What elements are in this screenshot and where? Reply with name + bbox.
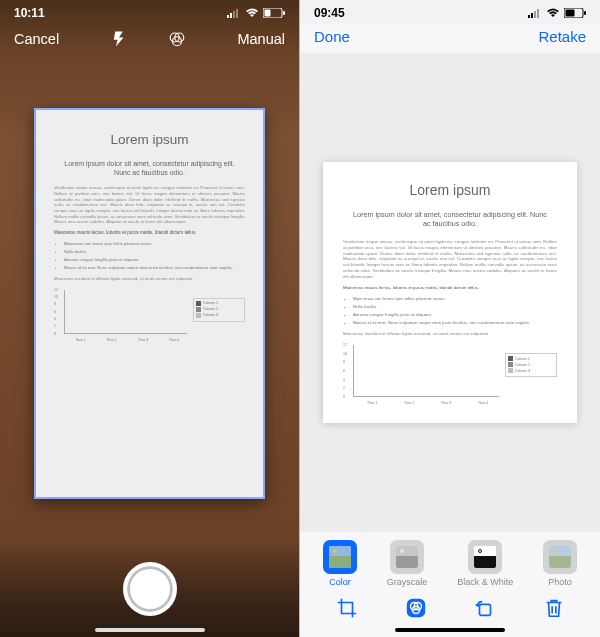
svg-rect-12 bbox=[534, 11, 536, 18]
filter-grayscale[interactable]: Grayscale bbox=[387, 540, 428, 587]
home-indicator[interactable] bbox=[395, 628, 505, 632]
doc-bullets: Maecenas non lorem quis tellus placerat … bbox=[54, 241, 245, 270]
svg-rect-2 bbox=[233, 11, 235, 18]
svg-rect-0 bbox=[227, 15, 229, 18]
crop-icon[interactable] bbox=[336, 597, 358, 619]
edit-viewport: Lorem ipsum Lorem ipsum dolor sit amet, … bbox=[300, 53, 600, 532]
battery-icon bbox=[564, 8, 586, 18]
status-right bbox=[528, 8, 586, 18]
doc-paragraph: Vestibulum neque massa, scelerisque sit … bbox=[54, 185, 245, 225]
doc-bullet: Mauris id ex erat. Nunc vulputate neque … bbox=[353, 320, 557, 325]
signal-icon bbox=[227, 8, 241, 18]
wifi-icon bbox=[546, 8, 560, 18]
doc-bullet: Aenean congue fringilla justo ut aliquam… bbox=[64, 257, 245, 262]
doc-bullet: Mauris id ex erat. Nunc vulputate neque … bbox=[64, 265, 245, 270]
filter-label: Grayscale bbox=[387, 577, 428, 587]
scanned-page: Lorem ipsum Lorem ipsum dolor sit amet, … bbox=[323, 162, 577, 423]
doc-chart: 121086420Row 1Row 2Row 3Row 4Column 1Col… bbox=[343, 345, 557, 409]
filter-label: Black & White bbox=[457, 577, 513, 587]
doc-bullets: Maecenas non lorem quis tellus placerat … bbox=[343, 296, 557, 325]
battery-icon bbox=[263, 8, 285, 18]
doc-paragraph: Maecenas tincidunt et efficitur ligula e… bbox=[54, 276, 245, 282]
svg-rect-3 bbox=[236, 9, 238, 18]
svg-rect-17 bbox=[406, 599, 424, 617]
wifi-icon bbox=[245, 8, 259, 18]
filter-photo[interactable]: Photo bbox=[543, 540, 577, 587]
camera-top-bar: Cancel Manual bbox=[0, 24, 299, 58]
phone-camera-scan: 10:11 Cancel Manual Lorem ipsum Lorem ip… bbox=[0, 0, 300, 637]
status-bar: 10:11 bbox=[0, 0, 299, 24]
doc-bullet: Maecenas non lorem quis tellus placerat … bbox=[64, 241, 245, 246]
filter-label: Photo bbox=[548, 577, 572, 587]
camera-viewport: 10:11 Cancel Manual Lorem ipsum Lorem ip… bbox=[0, 0, 299, 637]
filter-bar: Color Grayscale Black & White Photo bbox=[300, 532, 600, 591]
doc-bullet: Nulla facilisi. bbox=[64, 249, 245, 254]
rotate-icon[interactable] bbox=[474, 597, 496, 619]
retake-button[interactable]: Retake bbox=[538, 28, 586, 45]
filter-color[interactable]: Color bbox=[323, 540, 357, 587]
svg-rect-5 bbox=[283, 11, 285, 15]
edit-top-bar: Done Retake bbox=[300, 24, 600, 53]
doc-bullet: Aenean congue fringilla justo ut aliquam… bbox=[353, 312, 557, 317]
shutter-button[interactable] bbox=[123, 562, 177, 616]
status-right bbox=[227, 8, 285, 18]
shutter-area bbox=[0, 541, 299, 637]
doc-bullet: Nulla facilisi. bbox=[353, 304, 557, 309]
svg-rect-1 bbox=[230, 13, 232, 18]
filter-active-icon[interactable] bbox=[405, 597, 427, 619]
svg-rect-6 bbox=[265, 10, 271, 17]
manual-button[interactable]: Manual bbox=[237, 31, 285, 47]
svg-rect-10 bbox=[528, 15, 530, 18]
status-time: 10:11 bbox=[14, 6, 45, 20]
flash-icon[interactable] bbox=[110, 30, 128, 48]
filter-label: Color bbox=[329, 577, 351, 587]
doc-bullet: Maecenas non lorem quis tellus placerat … bbox=[353, 296, 557, 301]
doc-subtitle: Lorem ipsum dolor sit amet, consectetur … bbox=[64, 159, 235, 177]
doc-paragraph-lead: Maecenas mauris lectus, lobortis et puru… bbox=[343, 285, 557, 291]
svg-rect-13 bbox=[537, 9, 539, 18]
cancel-button[interactable]: Cancel bbox=[14, 31, 59, 47]
doc-paragraph-lead: Maecenas mauris lectus, lobortis et puru… bbox=[54, 230, 245, 236]
doc-title: Lorem ipsum bbox=[343, 182, 557, 198]
done-button[interactable]: Done bbox=[314, 28, 350, 45]
doc-paragraph: Vestibulum neque massa, scelerisque sit … bbox=[343, 239, 557, 281]
status-time: 09:45 bbox=[314, 6, 345, 20]
signal-icon bbox=[528, 8, 542, 18]
svg-rect-11 bbox=[531, 13, 533, 18]
svg-rect-21 bbox=[479, 604, 490, 615]
filter-bw[interactable]: Black & White bbox=[457, 540, 513, 587]
document-in-camera: Lorem ipsum Lorem ipsum dolor sit amet, … bbox=[34, 108, 265, 499]
home-indicator[interactable] bbox=[95, 628, 205, 632]
svg-rect-16 bbox=[566, 10, 575, 17]
doc-subtitle: Lorem ipsum dolor sit amet, consectetur … bbox=[353, 210, 547, 229]
svg-rect-15 bbox=[584, 11, 586, 15]
status-bar: 09:45 bbox=[300, 0, 600, 24]
filter-circles-icon[interactable] bbox=[168, 30, 186, 48]
doc-title: Lorem ipsum bbox=[54, 132, 245, 147]
phone-edit-scan: 09:45 Done Retake Lorem ipsum Lorem ipsu… bbox=[300, 0, 600, 637]
trash-icon[interactable] bbox=[543, 597, 565, 619]
doc-chart: 121086420Row 1Row 2Row 3Row 4Column 1Col… bbox=[54, 290, 245, 346]
doc-paragraph: Maecenas tincidunt et efficitur ligula e… bbox=[343, 331, 557, 337]
